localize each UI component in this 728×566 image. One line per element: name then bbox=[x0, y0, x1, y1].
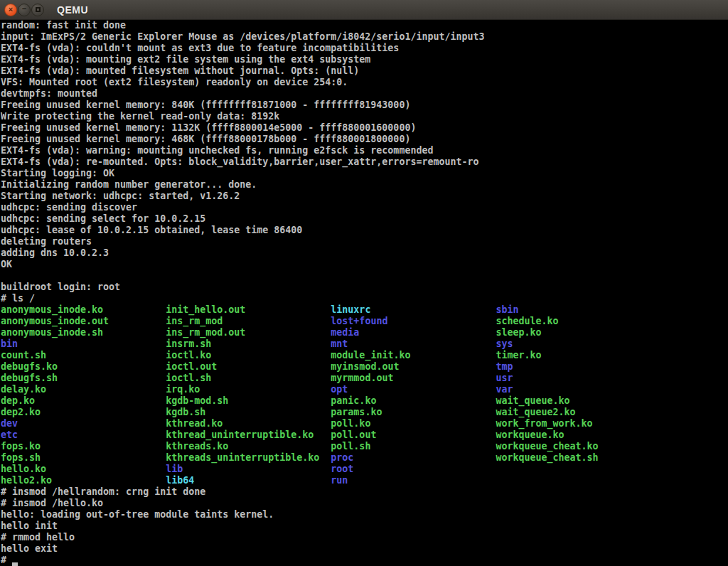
console-line: OK bbox=[1, 259, 728, 270]
console-line: Write protecting the kernel read-only da… bbox=[1, 111, 728, 122]
console-line: # rmmod hello bbox=[1, 532, 728, 543]
ls-entry: dep2.ko bbox=[1, 407, 41, 417]
ls-column-gap bbox=[194, 475, 331, 486]
ls-entry: ins_rm_mod bbox=[166, 316, 223, 326]
ls-column-gap bbox=[223, 418, 331, 429]
console-line: Freeing unused kernel memory: 1132K (fff… bbox=[1, 122, 728, 134]
console-line: input: ImExPS/2 Generic Explorer Mouse a… bbox=[1, 31, 728, 43]
ls-column-gap bbox=[245, 327, 331, 338]
titlebar[interactable]: × − QEMU bbox=[0, 0, 728, 20]
ls-entry: etc bbox=[1, 429, 18, 440]
ls-column-gap bbox=[41, 407, 166, 417]
ls-entry: workqueue_cheat.sh bbox=[496, 452, 599, 463]
console-line: anonymous_inode.sh ins_rm_mod.out media … bbox=[1, 327, 728, 338]
console-output: random: fast init doneinput: ImExPS/2 Ge… bbox=[1, 20, 728, 566]
console-line: EXT4-fs (vda): mounting ext2 file system… bbox=[1, 54, 728, 65]
console-line: etc kthread_uninterruptible.ko poll.out … bbox=[1, 429, 728, 441]
ls-column-gap bbox=[370, 441, 496, 452]
ls-column-gap bbox=[399, 361, 496, 372]
ls-column-gap bbox=[314, 429, 331, 440]
ls-entry: root bbox=[331, 464, 353, 474]
ls-column-gap bbox=[228, 395, 331, 406]
console-line: bin insrm.sh mnt sys bbox=[1, 338, 728, 350]
console-line: anonymous_inode.out ins_rm_mod lost+foun… bbox=[1, 316, 728, 327]
console-line: adding dns 10.0.2.3 bbox=[1, 247, 728, 259]
ls-entry: dep.ko bbox=[1, 395, 35, 406]
console-line: Starting logging: OK bbox=[1, 168, 728, 179]
ls-entry: myinsmod.out bbox=[331, 361, 399, 372]
maximize-icon bbox=[36, 7, 41, 12]
shell-prompt: # bbox=[1, 555, 12, 565]
console-line: # insmod /hellrandom: crng init done bbox=[1, 486, 728, 498]
ls-column-gap bbox=[348, 338, 496, 349]
ls-entry: poll.sh bbox=[331, 441, 370, 452]
ls-column-gap bbox=[211, 338, 331, 349]
console-line: EXT4-fs (vda): couldn't mount as ext3 du… bbox=[1, 43, 728, 54]
minimize-button[interactable]: − bbox=[18, 4, 31, 16]
console-line: fops.ko kthreads.ko poll.sh workqueue_ch… bbox=[1, 441, 728, 452]
ls-column-gap bbox=[109, 316, 166, 326]
ls-entry: dev bbox=[1, 418, 18, 429]
ls-entry: schedule.ko bbox=[496, 316, 559, 326]
ls-column-gap bbox=[228, 441, 331, 452]
ls-entry: sbin bbox=[496, 304, 519, 315]
console-line: devtmpfs: mounted bbox=[1, 88, 728, 100]
ls-column-gap bbox=[353, 464, 496, 474]
ls-column-gap bbox=[211, 350, 331, 361]
ls-entry: bin bbox=[1, 338, 18, 349]
console-line: udhcpc: lease of 10.0.2.15 obtained, lea… bbox=[1, 225, 728, 236]
ls-entry: anonymous_inode.ko bbox=[1, 304, 103, 315]
ls-entry: workqueue_cheat.ko bbox=[496, 441, 599, 452]
ls-column-gap bbox=[58, 361, 166, 372]
maximize-button[interactable] bbox=[31, 4, 44, 16]
ls-column-gap bbox=[319, 452, 331, 463]
ls-entry: ioctl.ko bbox=[166, 350, 211, 361]
ls-column-gap bbox=[41, 441, 166, 452]
console-line: count.sh ioctl.ko module_init.ko timer.k… bbox=[1, 350, 728, 361]
ls-column-gap bbox=[103, 304, 166, 315]
console-line: Freeing unused kernel memory: 840K (ffff… bbox=[1, 100, 728, 111]
ls-column-gap bbox=[103, 327, 166, 338]
ls-column-gap bbox=[46, 350, 166, 361]
ls-entry: tmp bbox=[496, 361, 513, 372]
ls-entry: workqueue.ko bbox=[496, 429, 564, 440]
ls-entry: linuxrc bbox=[331, 304, 370, 315]
ls-column-gap bbox=[183, 464, 331, 474]
console-line: hello exit bbox=[1, 543, 728, 555]
ls-column-gap bbox=[58, 373, 166, 383]
console-line: Starting network: udhcpc: started, v1.26… bbox=[1, 191, 728, 202]
terminal-screen[interactable]: random: fast init doneinput: ImExPS/2 Ge… bbox=[0, 20, 728, 566]
console-line: EXT4-fs (vda): warning: mounting uncheck… bbox=[1, 145, 728, 156]
ls-entry: ins_rm_mod.out bbox=[166, 327, 245, 338]
minimize-icon: − bbox=[22, 5, 26, 13]
console-line: # bbox=[1, 555, 728, 566]
ls-entry: timer.ko bbox=[496, 350, 542, 361]
console-line: anonymous_inode.ko init_hello.out linuxr… bbox=[1, 304, 728, 316]
ls-entry: poll.ko bbox=[331, 418, 370, 429]
close-button[interactable]: × bbox=[4, 4, 17, 16]
ls-entry: hello2.ko bbox=[1, 475, 52, 486]
ls-entry: count.sh bbox=[1, 350, 46, 361]
ls-entry: work_from_work.ko bbox=[496, 418, 593, 429]
ls-entry: params.ko bbox=[331, 407, 382, 417]
ls-entry: kthread.ko bbox=[166, 418, 223, 429]
terminal-cursor bbox=[12, 556, 18, 566]
ls-column-gap bbox=[245, 304, 331, 315]
ls-column-gap bbox=[52, 475, 166, 486]
ls-column-gap bbox=[376, 395, 496, 406]
close-icon: × bbox=[9, 6, 13, 14]
ls-column-gap bbox=[353, 452, 496, 463]
console-line: Initializing random number generator... … bbox=[1, 179, 728, 191]
console-line: dev kthread.ko poll.ko work_from_work.ko bbox=[1, 418, 728, 429]
console-line: random: fast init done bbox=[1, 20, 728, 31]
console-line: dep2.ko kgdb.sh params.ko wait_queue2.ko bbox=[1, 407, 728, 418]
ls-column-gap bbox=[41, 452, 166, 463]
ls-column-gap bbox=[370, 418, 496, 429]
ls-column-gap bbox=[382, 407, 496, 417]
ls-column-gap bbox=[35, 395, 166, 406]
console-line: fops.sh kthreads_uninterruptible.ko proc… bbox=[1, 452, 728, 464]
ls-entry: sleep.ko bbox=[496, 327, 542, 338]
ls-column-gap bbox=[348, 384, 496, 395]
ls-entry: myrmmod.out bbox=[331, 373, 393, 383]
ls-entry: kgdb-mod.sh bbox=[166, 395, 228, 406]
